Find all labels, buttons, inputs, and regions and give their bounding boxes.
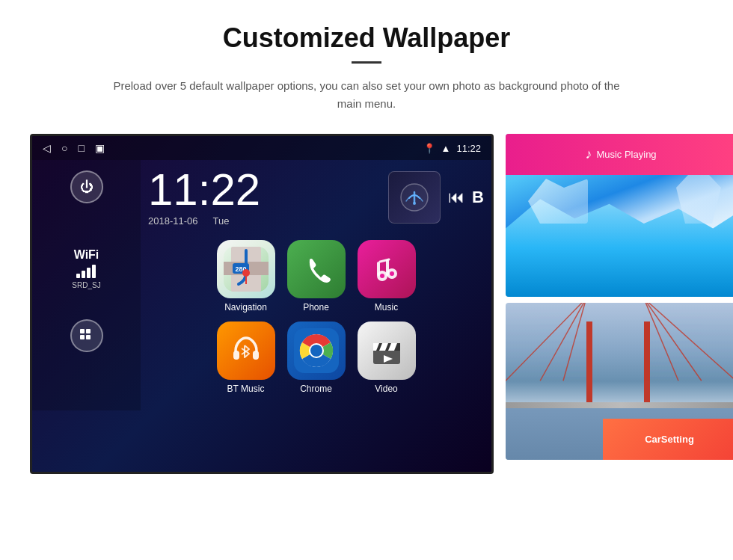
- svg-rect-15: [377, 262, 380, 276]
- music-label: Music: [375, 302, 398, 313]
- location-icon: 📍: [423, 143, 435, 154]
- wifi-signal-icon: [399, 182, 430, 213]
- music-widget-icon: ♪: [585, 147, 592, 162]
- svg-point-5: [413, 202, 416, 205]
- back-nav-icon[interactable]: ◁: [43, 142, 51, 154]
- app-row-2: BT Music: [148, 321, 484, 394]
- status-left: ◁ ○ □ ▣: [43, 142, 105, 154]
- wifi-label: WiFi: [72, 248, 100, 262]
- home-nav-icon[interactable]: ○: [61, 142, 67, 154]
- navigation-label: Navigation: [224, 302, 267, 313]
- app-item-bt-music[interactable]: BT Music: [217, 321, 275, 394]
- svg-rect-3: [86, 335, 91, 339]
- maps-svg: 280: [224, 247, 269, 292]
- signal-app-icon[interactable]: [388, 171, 441, 224]
- wifi-bar-2: [82, 271, 85, 278]
- bt-music-svg: [230, 334, 263, 367]
- glacier-wallpaper[interactable]: ♪ Music Playing: [506, 134, 733, 297]
- status-bar: ◁ ○ □ ▣ 📍 ▲ 11:22: [32, 136, 491, 160]
- recents-nav-icon[interactable]: □: [78, 142, 84, 154]
- page-wrapper: Customized Wallpaper Preload over 5 defa…: [0, 0, 733, 489]
- clock-time: 11:22: [148, 167, 373, 212]
- media-prev-button[interactable]: ⏮: [448, 188, 464, 207]
- svg-rect-19: [253, 351, 259, 360]
- clock-day-value: Tue: [213, 215, 230, 227]
- app-item-music[interactable]: Music: [358, 240, 416, 313]
- wifi-bar-3: [87, 268, 91, 278]
- svg-point-11: [242, 269, 250, 277]
- video-icon[interactable]: [358, 321, 416, 380]
- app-item-video[interactable]: Video: [358, 321, 416, 394]
- music-widget-overlay: ♪ Music Playing: [506, 134, 733, 175]
- power-button[interactable]: ⏻: [70, 170, 103, 203]
- svg-line-35: [644, 303, 678, 381]
- wifi-bar-4: [92, 265, 96, 278]
- wifi-widget: WiFi SRD_SJ: [72, 248, 100, 289]
- clock-area: 11:22 2018-11-06 Tue: [148, 167, 484, 227]
- screenshot-nav-icon[interactable]: ▣: [95, 142, 105, 154]
- page-subtitle: Preload over 5 default wallpaper options…: [105, 77, 628, 113]
- app-item-navigation[interactable]: 280 Navigation: [217, 240, 275, 313]
- app-item-phone[interactable]: Phone: [287, 240, 346, 313]
- music-widget-content: ♪ Music Playing: [585, 147, 656, 162]
- phone-svg: [301, 253, 332, 285]
- chrome-icon[interactable]: [287, 321, 346, 380]
- android-main: ⏻ WiFi SRD_SJ: [32, 160, 491, 410]
- android-sidebar: ⏻ WiFi SRD_SJ: [32, 160, 141, 410]
- carsetting-widget[interactable]: CarSetting: [603, 419, 733, 460]
- music-svg: [371, 253, 402, 285]
- video-label: Video: [375, 384, 397, 394]
- music-widget-label: Music Playing: [596, 149, 656, 160]
- svg-rect-18: [233, 351, 239, 360]
- phone-label: Phone: [303, 302, 329, 313]
- app-row-1: 280 Navigation: [148, 240, 484, 313]
- bridge-deck: [506, 402, 733, 408]
- svg-rect-14: [386, 259, 389, 276]
- signal-icon: ▲: [441, 143, 451, 154]
- app-item-chrome[interactable]: Chrome: [287, 321, 346, 394]
- svg-point-25: [310, 345, 322, 357]
- bridge-wallpaper-container: CarSetting: [506, 303, 733, 460]
- ice-detail-1: [528, 179, 588, 224]
- wifi-bars: [72, 265, 100, 278]
- media-title-icon: B: [472, 188, 484, 207]
- svg-point-17: [390, 271, 394, 276]
- clock-date: 2018-11-06 Tue: [148, 215, 373, 227]
- svg-line-37: [644, 303, 733, 381]
- carsetting-label: CarSetting: [645, 434, 694, 445]
- svg-point-16: [380, 274, 384, 278]
- svg-line-34: [563, 303, 586, 381]
- wifi-ssid: SRD_SJ: [72, 281, 100, 289]
- bt-music-label: BT Music: [227, 384, 265, 394]
- clock-date-value: 2018-11-06: [148, 215, 198, 227]
- title-divider: [352, 61, 381, 64]
- page-title: Customized Wallpaper: [30, 22, 703, 54]
- wallpaper-panel: ♪ Music Playing: [506, 134, 733, 460]
- wifi-bar-1: [76, 274, 80, 278]
- android-center: 11:22 2018-11-06 Tue: [141, 160, 491, 410]
- clock-info: 11:22 2018-11-06 Tue: [148, 167, 373, 227]
- apps-button[interactable]: [70, 319, 103, 352]
- status-right: 📍 ▲ 11:22: [423, 143, 481, 154]
- chrome-label: Chrome: [300, 384, 332, 394]
- status-time: 11:22: [456, 143, 481, 154]
- svg-rect-2: [80, 335, 85, 339]
- power-icon: ⏻: [80, 179, 93, 195]
- svg-line-33: [540, 303, 586, 381]
- bt-music-icon[interactable]: [217, 321, 275, 380]
- content-area: ◁ ○ □ ▣ 📍 ▲ 11:22 ⏻: [30, 134, 703, 474]
- phone-icon[interactable]: [287, 240, 346, 298]
- chrome-svg: [294, 328, 339, 373]
- video-svg: [369, 333, 405, 369]
- apps-grid-icon: [79, 327, 95, 344]
- bridge-cables-svg: [506, 303, 733, 408]
- music-icon[interactable]: [358, 240, 416, 298]
- android-screen: ◁ ○ □ ▣ 📍 ▲ 11:22 ⏻: [30, 134, 494, 474]
- navigation-icon[interactable]: 280: [217, 240, 275, 298]
- clock-icons: ⏮ B: [388, 171, 484, 224]
- svg-rect-0: [80, 329, 85, 333]
- svg-rect-1: [86, 329, 91, 333]
